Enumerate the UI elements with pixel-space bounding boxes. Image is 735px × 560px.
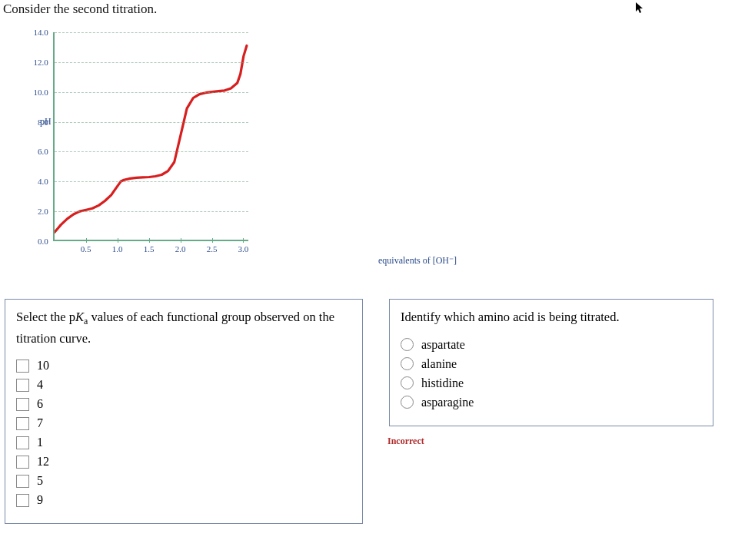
chart-xtick (212, 238, 213, 243)
titration-chart: pH 0.02.04.06.08.010.012.014.00.51.01.52… (40, 32, 735, 267)
option-label: asparagine (421, 396, 474, 409)
pka-option[interactable]: 10 (16, 359, 351, 373)
pka-option[interactable]: 4 (16, 378, 351, 392)
checkbox[interactable] (16, 494, 29, 507)
chart-gridline (55, 211, 248, 212)
option-label: histidine (421, 376, 464, 390)
chart-xtick (149, 238, 150, 243)
amino-option[interactable]: histidine (401, 376, 702, 390)
chart-yticklabel: 2.0 (38, 207, 48, 216)
chart-curve (55, 32, 250, 241)
prompt-text: Select the p (16, 310, 75, 324)
checkbox[interactable] (16, 456, 29, 469)
chart-xlabel: equivalents of [OH⁻] (100, 255, 735, 267)
option-label: 9 (37, 493, 43, 507)
option-label: 7 (37, 416, 43, 430)
radio[interactable] (401, 357, 414, 370)
chart-xticklabel: 3.0 (238, 244, 249, 253)
chart-xticklabel: 2.0 (175, 244, 186, 253)
option-label: 6 (37, 397, 43, 411)
option-label: 12 (37, 455, 49, 469)
chart-xtick (181, 238, 181, 243)
radio[interactable] (401, 396, 414, 409)
question-amino-column: Identify which amino acid is being titra… (389, 299, 713, 524)
chart-yticklabel: 8.0 (38, 118, 48, 127)
chart-yticklabel: 4.0 (38, 177, 48, 186)
chart-gridline (55, 32, 248, 33)
pka-option[interactable]: 7 (16, 416, 351, 430)
feedback-incorrect: Incorrect (387, 436, 713, 447)
question-amino-panel: Identify which amino acid is being titra… (389, 299, 713, 426)
chart-yticklabel: 12.0 (33, 58, 48, 67)
amino-option[interactable]: alanine (401, 357, 702, 371)
option-label: alanine (421, 357, 457, 371)
chart-gridline (55, 181, 248, 182)
chart-gridline (55, 92, 248, 93)
chart-xtick (243, 238, 244, 243)
page-title: Consider the second titration. (0, 0, 735, 18)
chart-yticklabel: 14.0 (33, 28, 48, 37)
pka-option[interactable]: 6 (16, 397, 351, 411)
prompt-text: K (75, 310, 84, 324)
chart-xticklabel: 0.5 (81, 244, 91, 253)
chart-gridline (55, 62, 248, 63)
chart-yticklabel: 6.0 (38, 147, 48, 156)
checkbox[interactable] (16, 417, 29, 430)
amino-option[interactable]: asparagine (401, 396, 702, 409)
chart-xticklabel: 2.5 (207, 244, 218, 253)
checkbox[interactable] (16, 436, 29, 449)
checkbox[interactable] (16, 398, 29, 411)
option-label: 1 (37, 436, 43, 449)
option-label: 10 (37, 359, 49, 373)
chart-gridline (55, 122, 248, 123)
chart-gridline (55, 151, 248, 152)
chart-xticklabel: 1.0 (112, 244, 123, 253)
pka-option[interactable]: 12 (16, 455, 351, 469)
chart-xticklabel: 1.5 (144, 244, 155, 253)
question-amino-prompt: Identify which amino acid is being titra… (401, 307, 702, 327)
question-pka-panel: Select the pKa values of each functional… (5, 299, 363, 524)
chart-xtick (86, 238, 87, 243)
pka-option[interactable]: 9 (16, 493, 351, 507)
option-label: 5 (37, 474, 43, 488)
pka-option[interactable]: 1 (16, 436, 351, 449)
chart-plot-area: 0.02.04.06.08.010.012.014.00.51.01.52.02… (53, 32, 248, 241)
radio[interactable] (401, 338, 414, 351)
radio[interactable] (401, 376, 414, 389)
chart-yticklabel: 10.0 (33, 88, 48, 97)
question-pka-prompt: Select the pKa values of each functional… (16, 307, 351, 348)
option-label: aspartate (421, 338, 465, 352)
questions-row: Select the pKa values of each functional… (0, 299, 735, 524)
checkbox[interactable] (16, 379, 29, 392)
amino-option[interactable]: aspartate (401, 338, 702, 352)
checkbox[interactable] (16, 475, 29, 488)
checkbox[interactable] (16, 360, 29, 373)
chart-yticklabel: 0.0 (38, 237, 48, 246)
chart-xtick (118, 238, 118, 243)
pka-option[interactable]: 5 (16, 474, 351, 488)
option-label: 4 (37, 378, 43, 392)
